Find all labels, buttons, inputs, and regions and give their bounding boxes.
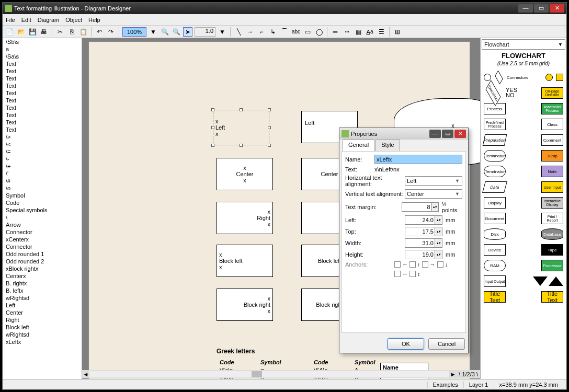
print-icon[interactable]: 🖶: [39, 27, 49, 37]
paste-icon[interactable]: 📋: [78, 27, 88, 37]
anchor-cb[interactable]: [394, 271, 401, 277]
menu-file[interactable]: File: [6, 17, 15, 23]
connector1-icon[interactable]: ⌐: [257, 27, 266, 37]
list-item[interactable]: Text: [3, 126, 82, 133]
text-tool-icon[interactable]: abc: [291, 27, 301, 37]
anchor-cb[interactable]: [409, 261, 416, 268]
hal-select[interactable]: Left: [405, 176, 462, 186]
list-item[interactable]: Text: [3, 67, 82, 75]
list-item[interactable]: xBlock rightx: [3, 265, 82, 272]
top-input[interactable]: [405, 227, 435, 236]
list-item[interactable]: xCenterx: [3, 236, 82, 243]
list-item[interactable]: \>: [3, 133, 82, 141]
dialog-close-button[interactable]: ✕: [454, 130, 466, 138]
list-item[interactable]: Symbol: [3, 192, 82, 199]
lw-dropdown-icon[interactable]: ▼: [218, 27, 227, 37]
anchor-cb[interactable]: [437, 261, 443, 268]
list-item[interactable]: Text: [3, 75, 82, 82]
palette-combo[interactable]: Flowchart: [482, 39, 565, 50]
page-tabs[interactable]: \ 1/2/3 \: [457, 371, 480, 377]
anchor-cb[interactable]: [422, 261, 428, 268]
list-item[interactable]: B. leftx: [3, 287, 82, 294]
menu-help[interactable]: Help: [88, 17, 100, 23]
list-item[interactable]: \Sb\s: [3, 38, 82, 45]
list-item[interactable]: Text: [3, 60, 82, 67]
tab-general[interactable]: General: [343, 140, 374, 151]
list-item[interactable]: Code: [3, 199, 82, 206]
list-item[interactable]: Connector: [3, 243, 82, 250]
ellipse-tool-icon[interactable]: ◯: [314, 27, 324, 37]
dashstyle-icon[interactable]: ┅: [342, 27, 351, 37]
list-item[interactable]: Text: [3, 111, 82, 119]
cut-icon[interactable]: ✂: [55, 27, 65, 37]
tm-spinner[interactable]: ▴▾: [432, 202, 439, 212]
rect-tool-icon[interactable]: ▭: [303, 27, 312, 37]
list-item[interactable]: xLeftx: [3, 338, 82, 345]
list-item[interactable]: \: [3, 214, 82, 221]
rect-blockright-1[interactable]: xBlock rightx: [217, 289, 273, 321]
dialog-min-button[interactable]: —: [429, 130, 441, 138]
curve-tool-icon[interactable]: ⁀: [280, 27, 289, 37]
list-item[interactable]: Special symbols: [3, 206, 82, 214]
list-item[interactable]: Centerx: [3, 272, 82, 280]
list-item[interactable]: \-: [3, 155, 82, 163]
anchor-cb[interactable]: [409, 271, 416, 277]
list-item[interactable]: Connector: [3, 228, 82, 236]
new-icon[interactable]: 📄: [5, 27, 14, 37]
list-item[interactable]: wRightsd: [3, 331, 82, 338]
rect-center-1[interactable]: xCenterx: [217, 158, 273, 190]
undo-icon[interactable]: ↶: [95, 27, 104, 37]
rect-blockleft-1[interactable]: xBlock leftx: [217, 245, 273, 277]
font-icon[interactable]: Aa: [365, 27, 374, 37]
list-item[interactable]: \+: [3, 163, 82, 170]
width-input[interactable]: [405, 238, 435, 248]
list-item[interactable]: Left: [3, 302, 82, 309]
list-item[interactable]: \#: [3, 177, 82, 185]
list-item[interactable]: B. rightx: [3, 280, 82, 287]
name-input[interactable]: [374, 155, 462, 164]
pointer-tool-icon[interactable]: ➤: [183, 27, 192, 37]
val-select[interactable]: Center: [405, 189, 462, 199]
list-item[interactable]: Text: [3, 104, 82, 111]
linestyle-icon[interactable]: ═: [331, 27, 340, 37]
palette-assembler[interactable]: Assembler Process: [541, 103, 563, 114]
list-item[interactable]: Text: [3, 97, 82, 104]
zoom-dropdown-icon[interactable]: ▼: [149, 27, 158, 37]
anchor-cb[interactable]: [394, 261, 401, 268]
list-item[interactable]: \<: [3, 141, 82, 148]
line-width-input[interactable]: 1.0: [195, 27, 215, 37]
list-item[interactable]: \=: [3, 148, 82, 155]
arrow-tool-icon[interactable]: →: [245, 27, 255, 37]
list-item[interactable]: Text: [3, 119, 82, 126]
list-item[interactable]: Arrow: [3, 221, 82, 228]
close-button[interactable]: ✕: [550, 4, 564, 13]
menu-object[interactable]: Object: [65, 17, 82, 23]
fill-icon[interactable]: ▦: [354, 27, 363, 37]
maximize-button[interactable]: ▭: [534, 4, 549, 13]
save-icon[interactable]: 💾: [28, 27, 37, 37]
dialog-max-button[interactable]: ▭: [442, 130, 453, 138]
rect-right-1[interactable]: xRightx: [217, 202, 273, 234]
group-icon[interactable]: ⊞: [393, 27, 402, 37]
tm-input[interactable]: [402, 202, 432, 212]
hscrollbar[interactable]: ◄ ► \ 1/2/3 \: [82, 370, 480, 378]
list-item[interactable]: Text: [3, 89, 82, 97]
zoom-out-icon[interactable]: 🔍: [172, 27, 181, 37]
minimize-button[interactable]: —: [518, 4, 533, 13]
list-item[interactable]: \Sa\s: [3, 53, 82, 60]
height-input[interactable]: [405, 250, 435, 259]
menu-diagram[interactable]: Diagram: [38, 17, 60, 23]
layers-icon[interactable]: ☰: [377, 27, 386, 37]
selected-rect[interactable]: x Left x: [213, 110, 269, 145]
list-item[interactable]: wRightsd: [3, 294, 82, 302]
open-icon[interactable]: 📂: [16, 27, 26, 37]
list-item[interactable]: \o: [3, 185, 82, 192]
menu-edit[interactable]: Edit: [21, 17, 31, 23]
list-item[interactable]: Odd rounded 2: [3, 258, 82, 265]
cancel-button[interactable]: Cancel: [428, 338, 465, 350]
zoom-combo[interactable]: 100%: [122, 27, 146, 37]
ok-button[interactable]: OK: [388, 338, 424, 350]
list-item[interactable]: Center: [3, 309, 82, 316]
tab-style[interactable]: Style: [375, 140, 400, 151]
list-item[interactable]: Block left: [3, 324, 82, 331]
